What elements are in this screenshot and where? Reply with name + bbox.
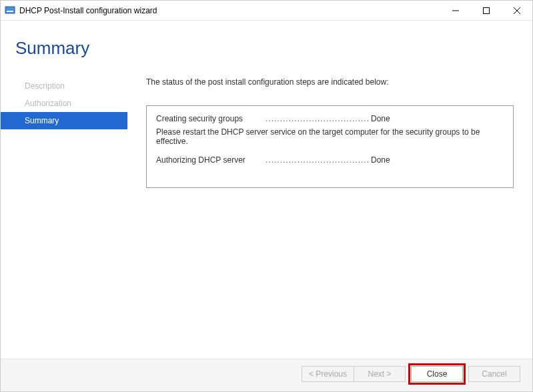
svg-rect-1 [7, 11, 13, 12]
page-heading: Summary [1, 21, 532, 75]
content-area: Summary Description Authorization Summar… [1, 21, 532, 359]
progress-dots: .................................... [265, 114, 368, 123]
step-label: Creating security groups [156, 114, 263, 123]
next-button[interactable]: Next > [354, 366, 406, 382]
close-window-button[interactable] [502, 1, 532, 21]
body-area: Description Authorization Summary The st… [1, 75, 532, 359]
sidebar-item-label: Summary [25, 116, 59, 125]
wizard-window: DHCP Post-Install configuration wizard S… [0, 0, 533, 392]
app-icon [5, 5, 15, 16]
window-title: DHCP Post-Install configuration wizard [19, 6, 440, 15]
sidebar-item-summary[interactable]: Summary [1, 112, 127, 129]
wizard-footer: < Previous Next > Close Cancel [1, 359, 532, 391]
sidebar-item-label: Description [25, 81, 65, 91]
step-status: Done [371, 114, 390, 123]
maximize-button[interactable] [471, 1, 502, 21]
step-row: Creating security groups ...............… [156, 114, 504, 123]
results-box: Creating security groups ...............… [146, 105, 514, 188]
progress-dots: .................................... [265, 155, 368, 165]
sidebar-item-description[interactable]: Description [1, 77, 127, 95]
nav-button-pair: < Previous Next > [302, 366, 406, 382]
titlebar: DHCP Post-Install configuration wizard [1, 1, 532, 21]
cancel-button[interactable]: Cancel [468, 366, 520, 382]
step-label: Authorizing DHCP server [156, 155, 263, 165]
step-status: Done [371, 155, 390, 165]
minimize-button[interactable] [440, 1, 471, 21]
step-message: Please restart the DHCP server service o… [156, 127, 504, 146]
svg-rect-0 [5, 7, 15, 13]
svg-rect-3 [484, 7, 490, 13]
sidebar-item-label: Authorization [25, 99, 71, 108]
close-button[interactable]: Close [411, 366, 463, 382]
step-row: Authorizing DHCP server ................… [156, 155, 504, 165]
previous-button[interactable]: < Previous [302, 366, 354, 382]
main-panel: The status of the post install configura… [127, 75, 532, 359]
wizard-steps-sidebar: Description Authorization Summary [1, 75, 127, 359]
intro-text: The status of the post install configura… [146, 77, 514, 87]
sidebar-item-authorization[interactable]: Authorization [1, 95, 127, 112]
